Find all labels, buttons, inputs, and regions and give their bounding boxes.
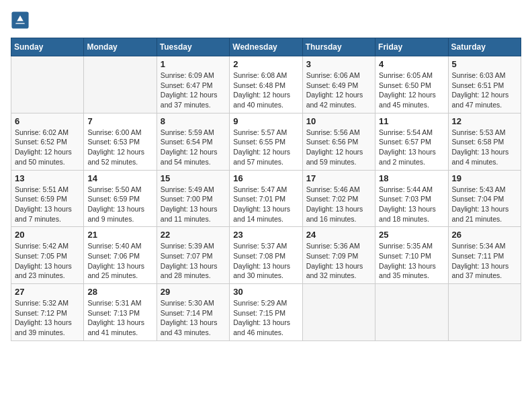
day-number: 27: [15, 287, 80, 297]
day-number: 3: [306, 59, 371, 69]
day-info: Sunrise: 5:35 AM Sunset: 7:10 PM Dayligh…: [379, 241, 444, 281]
logo-icon: [11, 11, 30, 30]
calendar-cell: 14Sunrise: 5:50 AM Sunset: 6:59 PM Dayli…: [84, 170, 157, 227]
calendar-cell: 22Sunrise: 5:39 AM Sunset: 7:07 PM Dayli…: [157, 227, 229, 284]
weekday-header: Saturday: [448, 38, 521, 56]
day-info: Sunrise: 5:31 AM Sunset: 7:13 PM Dayligh…: [87, 298, 152, 338]
day-number: 5: [452, 59, 517, 69]
day-number: 4: [379, 59, 444, 69]
header: [11, 11, 521, 30]
calendar-cell: 1Sunrise: 6:09 AM Sunset: 6:47 PM Daylig…: [157, 56, 229, 113]
calendar-cell: 20Sunrise: 5:42 AM Sunset: 7:05 PM Dayli…: [11, 227, 84, 284]
day-number: 12: [452, 116, 517, 126]
day-number: 10: [306, 116, 371, 126]
calendar-cell: 21Sunrise: 5:40 AM Sunset: 7:06 PM Dayli…: [84, 227, 157, 284]
calendar-table: SundayMondayTuesdayWednesdayThursdayFrid…: [11, 38, 521, 341]
day-info: Sunrise: 5:42 AM Sunset: 7:05 PM Dayligh…: [15, 241, 80, 281]
weekday-header: Friday: [375, 38, 448, 56]
day-number: 7: [87, 116, 152, 126]
day-info: Sunrise: 5:36 AM Sunset: 7:09 PM Dayligh…: [306, 241, 371, 281]
calendar-week-row: 20Sunrise: 5:42 AM Sunset: 7:05 PM Dayli…: [11, 227, 521, 284]
calendar-cell: [11, 56, 84, 113]
day-number: 28: [87, 287, 152, 297]
day-info: Sunrise: 5:59 AM Sunset: 6:54 PM Dayligh…: [161, 128, 226, 167]
day-info: Sunrise: 6:00 AM Sunset: 6:53 PM Dayligh…: [87, 128, 152, 167]
day-info: Sunrise: 5:56 AM Sunset: 6:56 PM Dayligh…: [306, 128, 371, 167]
day-number: 22: [161, 230, 226, 240]
calendar-cell: 8Sunrise: 5:59 AM Sunset: 6:54 PM Daylig…: [157, 113, 229, 170]
calendar-cell: [448, 284, 521, 341]
calendar-cell: 4Sunrise: 6:05 AM Sunset: 6:50 PM Daylig…: [375, 56, 448, 113]
calendar-cell: 19Sunrise: 5:43 AM Sunset: 7:04 PM Dayli…: [448, 170, 521, 227]
calendar-cell: 5Sunrise: 6:03 AM Sunset: 6:51 PM Daylig…: [448, 56, 521, 113]
day-info: Sunrise: 5:39 AM Sunset: 7:07 PM Dayligh…: [161, 241, 226, 281]
day-info: Sunrise: 5:49 AM Sunset: 7:00 PM Dayligh…: [161, 185, 226, 224]
calendar-cell: 12Sunrise: 5:53 AM Sunset: 6:58 PM Dayli…: [448, 113, 521, 170]
day-number: 14: [87, 173, 152, 183]
calendar-week-row: 6Sunrise: 6:02 AM Sunset: 6:52 PM Daylig…: [11, 113, 521, 170]
calendar-cell: 27Sunrise: 5:32 AM Sunset: 7:12 PM Dayli…: [11, 284, 84, 341]
day-info: Sunrise: 5:50 AM Sunset: 6:59 PM Dayligh…: [87, 185, 152, 224]
day-info: Sunrise: 5:47 AM Sunset: 7:01 PM Dayligh…: [233, 185, 298, 224]
day-number: 2: [233, 59, 298, 69]
calendar-week-row: 13Sunrise: 5:51 AM Sunset: 6:59 PM Dayli…: [11, 170, 521, 227]
calendar-cell: 23Sunrise: 5:37 AM Sunset: 7:08 PM Dayli…: [230, 227, 302, 284]
day-info: Sunrise: 5:30 AM Sunset: 7:14 PM Dayligh…: [161, 298, 226, 338]
day-number: 8: [161, 116, 226, 126]
day-info: Sunrise: 5:53 AM Sunset: 6:58 PM Dayligh…: [452, 128, 517, 167]
day-info: Sunrise: 5:43 AM Sunset: 7:04 PM Dayligh…: [452, 185, 517, 224]
day-number: 25: [379, 230, 444, 240]
calendar-cell: 13Sunrise: 5:51 AM Sunset: 6:59 PM Dayli…: [11, 170, 84, 227]
day-number: 18: [379, 173, 444, 183]
day-number: 1: [161, 59, 226, 69]
day-info: Sunrise: 6:02 AM Sunset: 6:52 PM Dayligh…: [15, 128, 80, 167]
calendar-cell: 7Sunrise: 6:00 AM Sunset: 6:53 PM Daylig…: [84, 113, 157, 170]
calendar-cell: 9Sunrise: 5:57 AM Sunset: 6:55 PM Daylig…: [230, 113, 302, 170]
weekday-header: Tuesday: [157, 38, 229, 56]
day-number: 17: [306, 173, 371, 183]
calendar-cell: 24Sunrise: 5:36 AM Sunset: 7:09 PM Dayli…: [302, 227, 375, 284]
day-number: 30: [233, 287, 298, 297]
day-number: 19: [452, 173, 517, 183]
day-number: 20: [15, 230, 80, 240]
calendar-cell: 17Sunrise: 5:46 AM Sunset: 7:02 PM Dayli…: [302, 170, 375, 227]
calendar-cell: 15Sunrise: 5:49 AM Sunset: 7:00 PM Dayli…: [157, 170, 229, 227]
calendar-cell: 29Sunrise: 5:30 AM Sunset: 7:14 PM Dayli…: [157, 284, 229, 341]
calendar-cell: [84, 56, 157, 113]
calendar-cell: 25Sunrise: 5:35 AM Sunset: 7:10 PM Dayli…: [375, 227, 448, 284]
calendar-cell: 26Sunrise: 5:34 AM Sunset: 7:11 PM Dayli…: [448, 227, 521, 284]
day-info: Sunrise: 5:44 AM Sunset: 7:03 PM Dayligh…: [379, 185, 444, 224]
day-info: Sunrise: 6:08 AM Sunset: 6:48 PM Dayligh…: [233, 71, 298, 110]
day-info: Sunrise: 6:03 AM Sunset: 6:51 PM Dayligh…: [452, 71, 517, 110]
day-number: 23: [233, 230, 298, 240]
day-number: 11: [379, 116, 444, 126]
day-number: 16: [233, 173, 298, 183]
calendar-cell: [302, 284, 375, 341]
day-info: Sunrise: 5:57 AM Sunset: 6:55 PM Dayligh…: [233, 128, 298, 167]
calendar-body: 1Sunrise: 6:09 AM Sunset: 6:47 PM Daylig…: [11, 56, 521, 341]
day-info: Sunrise: 5:29 AM Sunset: 7:15 PM Dayligh…: [233, 298, 298, 338]
day-number: 24: [306, 230, 371, 240]
calendar-week-row: 27Sunrise: 5:32 AM Sunset: 7:12 PM Dayli…: [11, 284, 521, 341]
calendar-cell: 2Sunrise: 6:08 AM Sunset: 6:48 PM Daylig…: [230, 56, 302, 113]
calendar-cell: 10Sunrise: 5:56 AM Sunset: 6:56 PM Dayli…: [302, 113, 375, 170]
calendar-header: SundayMondayTuesdayWednesdayThursdayFrid…: [11, 38, 521, 56]
weekday-header: Thursday: [302, 38, 375, 56]
day-info: Sunrise: 6:06 AM Sunset: 6:49 PM Dayligh…: [306, 71, 371, 110]
day-info: Sunrise: 6:09 AM Sunset: 6:47 PM Dayligh…: [161, 71, 226, 110]
day-info: Sunrise: 6:05 AM Sunset: 6:50 PM Dayligh…: [379, 71, 444, 110]
calendar-cell: 3Sunrise: 6:06 AM Sunset: 6:49 PM Daylig…: [302, 56, 375, 113]
day-info: Sunrise: 5:34 AM Sunset: 7:11 PM Dayligh…: [452, 241, 517, 281]
day-info: Sunrise: 5:37 AM Sunset: 7:08 PM Dayligh…: [233, 241, 298, 281]
day-number: 29: [161, 287, 226, 297]
calendar-cell: 28Sunrise: 5:31 AM Sunset: 7:13 PM Dayli…: [84, 284, 157, 341]
day-number: 21: [87, 230, 152, 240]
day-info: Sunrise: 5:40 AM Sunset: 7:06 PM Dayligh…: [87, 241, 152, 281]
day-number: 13: [15, 173, 80, 183]
weekday-header: Monday: [84, 38, 157, 56]
calendar-cell: 16Sunrise: 5:47 AM Sunset: 7:01 PM Dayli…: [230, 170, 302, 227]
weekday-header: Sunday: [11, 38, 84, 56]
day-info: Sunrise: 5:51 AM Sunset: 6:59 PM Dayligh…: [15, 185, 80, 224]
svg-rect-2: [15, 21, 26, 23]
calendar-cell: 11Sunrise: 5:54 AM Sunset: 6:57 PM Dayli…: [375, 113, 448, 170]
